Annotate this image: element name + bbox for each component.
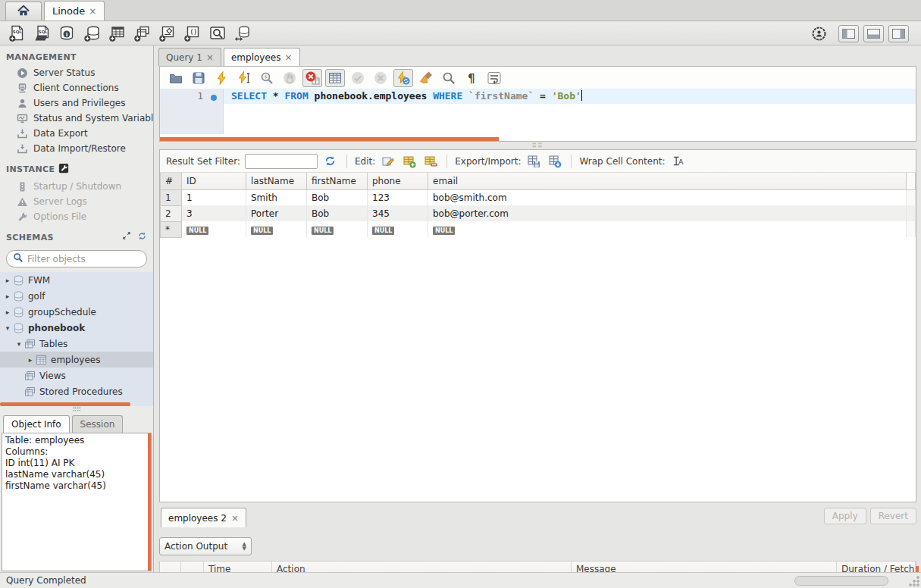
sidebar-item-options-file[interactable]: Options File (0, 209, 153, 224)
cell-email[interactable]: bob@porter.com (428, 205, 907, 221)
sidebar-item-users-and-privileges[interactable]: Users and Privileges (0, 95, 153, 111)
column-header-ID[interactable]: ID (182, 173, 246, 189)
apply-button[interactable]: Apply (824, 508, 866, 524)
collapse-arrow-icon[interactable]: ▾ (3, 324, 12, 332)
tree-item-views[interactable]: Views (0, 368, 153, 383)
find-button[interactable] (439, 69, 459, 87)
tree-hscrollbar-thumb[interactable] (0, 402, 130, 406)
account-circle-icon[interactable] (810, 24, 828, 42)
home-tab[interactable] (5, 2, 42, 20)
result-grid-empty-area[interactable] (160, 238, 916, 502)
tree-item-golf[interactable]: ▸golf (0, 288, 153, 304)
expand-arrow-icon[interactable]: ▸ (3, 292, 12, 300)
cell-firstName[interactable]: NULL (307, 221, 368, 237)
close-icon[interactable]: × (231, 513, 239, 524)
expand-arrow-icon[interactable]: ▸ (26, 356, 35, 364)
open-file-button[interactable] (166, 69, 186, 87)
connection-tab[interactable]: Linode × (44, 1, 105, 20)
result-filter-input[interactable] (245, 154, 318, 169)
schema-inspector-button[interactable]: i (56, 23, 79, 43)
add-row-icon[interactable] (401, 154, 418, 169)
window-resize-grip[interactable] (909, 576, 919, 586)
cell-lastName[interactable]: NULL (246, 221, 307, 237)
cell-ID[interactable]: NULL (182, 221, 246, 237)
column-header-email[interactable]: email (428, 173, 907, 189)
cell-firstName[interactable]: Bob (307, 205, 368, 221)
import-icon[interactable] (547, 154, 563, 169)
save-button[interactable] (189, 69, 208, 87)
close-icon[interactable]: × (89, 6, 96, 17)
edit-record-icon[interactable] (380, 154, 396, 169)
create-table-button[interactable] (106, 23, 129, 43)
search-data-button[interactable] (206, 23, 229, 43)
code-area[interactable]: SELECT * FROM phonebook.employees WHERE … (224, 89, 916, 134)
new-row-marker[interactable]: * (161, 221, 182, 237)
sidebar-item-status-and-system-variables[interactable]: Status and System Variables (0, 111, 153, 126)
column-header-row-number[interactable]: # (161, 173, 182, 189)
autocommit-button[interactable] (393, 69, 413, 87)
close-icon[interactable]: × (284, 52, 292, 63)
tree-item-fwm[interactable]: ▸FWM (0, 272, 153, 288)
column-header-phone[interactable]: phone (368, 173, 428, 189)
revert-button[interactable]: Revert (870, 508, 916, 524)
wrench-badge-icon[interactable] (58, 163, 69, 176)
cell-email[interactable]: bob@smith.com (428, 189, 907, 205)
wrap-cell-content-icon[interactable]: A (670, 154, 687, 169)
sidebar-item-startup-shutdown[interactable]: Startup / Shutdown (0, 179, 153, 194)
refresh-schemas-icon[interactable] (137, 231, 147, 243)
cell-phone[interactable]: 345 (368, 205, 428, 221)
cell-phone[interactable]: 123 (368, 189, 428, 205)
sidebar-item-data-export[interactable]: Data Export (0, 126, 153, 141)
sidebar-item-data-import-restore[interactable]: Data Import/Restore (0, 141, 153, 156)
result-row-2[interactable]: 23PorterBob345bob@porter.com (161, 205, 916, 221)
tab-employees[interactable]: employees× (224, 48, 300, 66)
info-vscrollbar-thumb[interactable] (148, 433, 151, 571)
expand-arrow-icon[interactable]: ▸ (3, 277, 12, 284)
cell-ID[interactable]: 3 (182, 205, 246, 221)
sidebar-item-server-status[interactable]: Server Status (0, 65, 153, 80)
tree-item-stored-procedures[interactable]: Stored Procedures (0, 383, 153, 399)
execute-current-button[interactable] (234, 69, 254, 87)
tree-item-employees[interactable]: ▸employees (0, 352, 153, 368)
close-icon[interactable]: × (206, 52, 214, 63)
open-sql-script-button[interactable]: SQL (31, 23, 54, 43)
tab-employees-2[interactable]: employees 2× (161, 508, 246, 527)
delete-row-icon[interactable] (422, 154, 439, 169)
tree-item-phonebook[interactable]: ▾phonebook (0, 320, 153, 336)
tab-session[interactable]: Session (72, 415, 124, 433)
cell-email[interactable]: NULL (428, 221, 907, 237)
sidebar-item-server-logs[interactable]: Server Logs (0, 194, 153, 209)
expand-arrow-icon[interactable]: ▸ (3, 308, 12, 316)
new-query-tab-button[interactable]: SQL (6, 23, 29, 43)
result-row-1[interactable]: 11SmithBob123bob@smith.com (161, 189, 916, 205)
cell-phone[interactable]: NULL (368, 221, 428, 237)
cell-firstName[interactable]: Bob (307, 189, 368, 205)
editor-hscrollbar-thumb[interactable] (160, 137, 499, 141)
expand-panel-icon[interactable] (122, 231, 131, 243)
sidebar-item-client-connections[interactable]: Client Connections (0, 80, 153, 95)
limit-rows-button[interactable] (325, 69, 345, 87)
sql-editor[interactable]: 1 SELECT * FROM phonebook.employees WHER… (160, 89, 916, 134)
show-invisibles-button[interactable]: ¶ (462, 69, 481, 87)
column-header-lastName[interactable]: lastName (246, 173, 307, 189)
refresh-icon[interactable] (322, 154, 339, 169)
beautify-button[interactable] (416, 69, 436, 87)
execute-button[interactable] (211, 69, 231, 87)
tree-item-tables[interactable]: ▾Tables (0, 336, 153, 352)
collapse-arrow-icon[interactable]: ▾ (14, 340, 23, 348)
statusbar-scroll-thumb[interactable] (794, 576, 888, 586)
create-procedure-button[interactable] (156, 23, 179, 43)
toggle-left-panel-button[interactable] (838, 25, 859, 42)
sidebar-splitter[interactable]: ⠿⠿ (0, 406, 153, 413)
wrap-text-button[interactable] (484, 69, 504, 87)
reconnect-db-button[interactable] (231, 23, 254, 43)
tree-item-groupschedule[interactable]: ▸groupSchedule (0, 304, 153, 320)
tab-query-1[interactable]: Query 1× (158, 48, 221, 66)
create-function-button[interactable]: () (181, 23, 204, 43)
explain-button[interactable] (257, 69, 277, 87)
cell-ID[interactable]: 1 (182, 189, 246, 205)
cell-lastName[interactable]: Smith (246, 189, 307, 205)
output-selector[interactable]: Action Output ▲▼ (159, 537, 252, 555)
create-view-button[interactable] (131, 23, 154, 43)
toggle-right-panel-button[interactable] (888, 25, 909, 42)
